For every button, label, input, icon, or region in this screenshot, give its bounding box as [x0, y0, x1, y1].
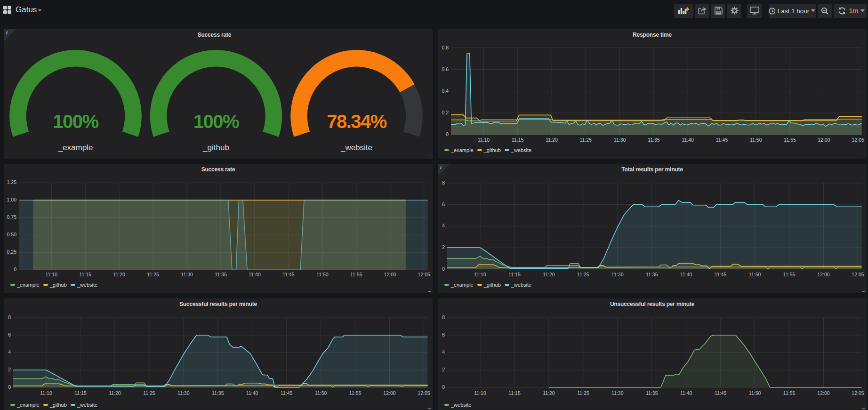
svg-text:100%: 100% — [193, 111, 239, 132]
svg-text:_example: _example — [58, 143, 93, 152]
svg-text:_website: _website — [340, 143, 372, 152]
svg-text:_github: _github — [202, 143, 229, 152]
svg-text:78.34%: 78.34% — [327, 111, 387, 132]
svg-text:100%: 100% — [53, 111, 98, 132]
